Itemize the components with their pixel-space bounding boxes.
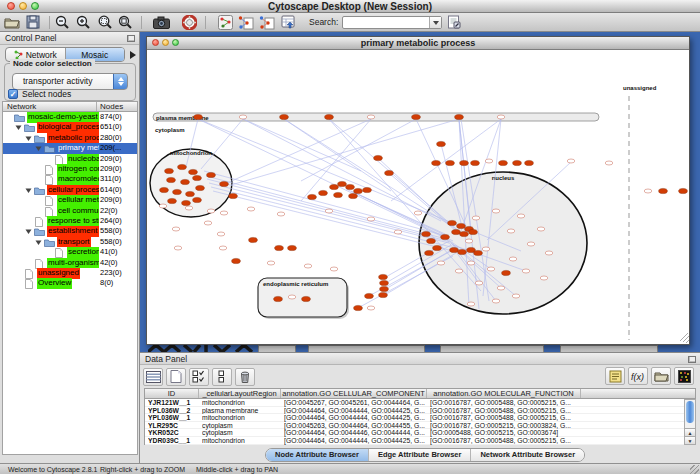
graph-node[interactable] (380, 280, 389, 285)
table-cell[interactable]: YPL036W__1 (148, 414, 198, 422)
expand-arrow-icon[interactable] (35, 145, 42, 152)
import-table-icon[interactable] (279, 14, 297, 31)
graph-node-label[interactable] (367, 306, 375, 310)
graph-node-label[interactable] (367, 217, 375, 221)
graph-node-label[interactable] (220, 211, 228, 215)
table-column-header[interactable]: ID (145, 389, 199, 398)
expand-arrow-icon[interactable] (25, 135, 32, 142)
table-cell[interactable]: [GO:0044464, GO:0044444, GO:0044425, G..… (284, 414, 426, 422)
graph-node-label[interactable] (475, 281, 483, 285)
table-cell[interactable]: YJR121W__1 (148, 399, 198, 407)
graph-node-label[interactable] (455, 269, 463, 273)
tree-row[interactable]: cell communicat22(0) (3, 206, 137, 216)
graph-node[interactable] (412, 114, 421, 119)
node-color-dropdown[interactable]: transporter activity (12, 73, 128, 90)
table-cell[interactable]: [GO:0044464, GO:0044444, GO:0044425, G..… (284, 407, 426, 415)
graph-node-label[interactable] (394, 230, 402, 234)
graph-node-label[interactable] (239, 115, 247, 119)
graph-node[interactable] (229, 193, 238, 198)
tree-row[interactable]: transport558(0) (3, 237, 137, 247)
graph-node[interactable] (385, 170, 394, 175)
graph-node-label[interactable] (174, 246, 182, 250)
resize-grip[interactable] (690, 465, 699, 474)
graph-node-label[interactable] (492, 299, 500, 303)
table-cell[interactable]: plasma membrane (202, 407, 280, 415)
graph-node[interactable] (380, 286, 389, 291)
graph-node-label[interactable] (367, 115, 375, 119)
expand-arrow-icon[interactable] (15, 124, 22, 131)
search-dropdown-button[interactable] (429, 17, 441, 28)
graph-node[interactable] (458, 249, 467, 254)
graph-node[interactable] (379, 274, 388, 279)
graph-node[interactable] (446, 160, 455, 165)
zoom-in-icon[interactable] (74, 14, 92, 31)
graph-node[interactable] (455, 114, 464, 119)
graph-node-label[interactable] (304, 264, 312, 268)
browser-tab[interactable]: Edge Attribute Browser (368, 449, 470, 461)
graph-node[interactable] (207, 172, 216, 177)
graph-node[interactable] (330, 184, 339, 189)
graph-node[interactable] (452, 229, 461, 234)
graph-node[interactable] (474, 250, 483, 255)
table-cell[interactable]: [GO:0016787, GO:0005488, GO:0005215, G..… (430, 407, 680, 415)
attribute-table-icon[interactable] (143, 368, 163, 386)
snapshot-icon[interactable] (152, 14, 170, 31)
graph-node[interactable] (349, 193, 358, 198)
table-row[interactable]: YLR295Ccytoplasm[GO:0045263, GO:0044464,… (145, 422, 684, 430)
graph-node-label[interactable] (288, 295, 296, 299)
graph-node[interactable] (165, 168, 174, 173)
window-fragment[interactable] (258, 345, 296, 352)
table-cell[interactable]: [GO:0044464, GO:0044444, GO:0044425, G..… (284, 437, 426, 445)
delete-attribute-icon[interactable] (235, 368, 255, 386)
zoom-fit-content-icon[interactable] (116, 14, 134, 31)
graph-node[interactable] (513, 160, 522, 165)
tree-row[interactable]: biological_process651(0) (3, 122, 137, 132)
tree-col-network[interactable]: Network (7, 102, 36, 112)
graph-node-label[interactable] (217, 232, 225, 236)
graph-node-label[interactable] (644, 189, 652, 193)
save-session-icon[interactable] (24, 14, 42, 31)
graph-node[interactable] (679, 188, 688, 193)
table-cell[interactable]: [GO:0044464, GO:0044446, GO:0044444, G..… (284, 429, 426, 437)
graph-node[interactable] (274, 296, 283, 301)
graph-node[interactable] (173, 189, 182, 194)
table-cell[interactable]: cytoplasm (202, 429, 280, 437)
window-fragment[interactable] (308, 345, 425, 352)
table-cell[interactable]: [GO:0045267, GO:0045261, GO:0044464, G..… (284, 399, 426, 407)
graph-node-label[interactable] (207, 209, 215, 213)
graph-node-label[interactable] (605, 161, 613, 165)
graph-node[interactable] (448, 220, 457, 225)
expand-arrow-icon[interactable] (25, 187, 32, 194)
graph-node-label[interactable] (472, 216, 480, 220)
search-input[interactable] (344, 17, 428, 28)
table-row[interactable]: YKR052Ccytoplasm[GO:0044464, GO:0044446,… (145, 429, 684, 437)
graph-node-label[interactable] (247, 207, 255, 211)
graph-node[interactable] (427, 238, 436, 243)
tree-row[interactable]: secretion41(0) (3, 247, 137, 257)
graph-node[interactable] (471, 160, 480, 165)
graph-edge[interactable] (301, 119, 416, 181)
table-cell[interactable]: [GO:0016787, GO:0005488, GO:0005215, G..… (430, 399, 680, 407)
graph-node-label[interactable] (540, 276, 548, 280)
graph-node-label[interactable] (414, 211, 422, 215)
graph-node[interactable] (182, 200, 191, 205)
table-cell[interactable]: mitochondrion (202, 414, 280, 422)
graph-node[interactable] (460, 231, 469, 236)
annotation-editor-icon[interactable] (445, 14, 463, 31)
graph-node[interactable] (168, 198, 177, 203)
graph-node-label[interactable] (465, 239, 473, 243)
graph-node[interactable] (308, 194, 317, 199)
tree-row[interactable]: establishment of lo558(0) (3, 226, 137, 236)
table-cell[interactable]: YLR295C (148, 422, 198, 430)
graph-node[interactable] (193, 175, 202, 180)
float-panel-icon[interactable] (688, 356, 696, 363)
new-attribute-icon[interactable] (166, 368, 186, 386)
tree-row[interactable]: cellular metabo209(0) (3, 195, 137, 205)
graph-node-label[interactable] (325, 209, 333, 213)
network-window-titlebar[interactable]: primary metabolic process (147, 37, 689, 50)
table-scrollbar[interactable]: ▲ ▼ (684, 399, 696, 445)
graph-node-label[interactable] (492, 209, 500, 213)
graph-node[interactable] (181, 179, 190, 184)
unselect-attributes-icon[interactable] (212, 368, 232, 386)
graph-node[interactable] (354, 305, 363, 310)
